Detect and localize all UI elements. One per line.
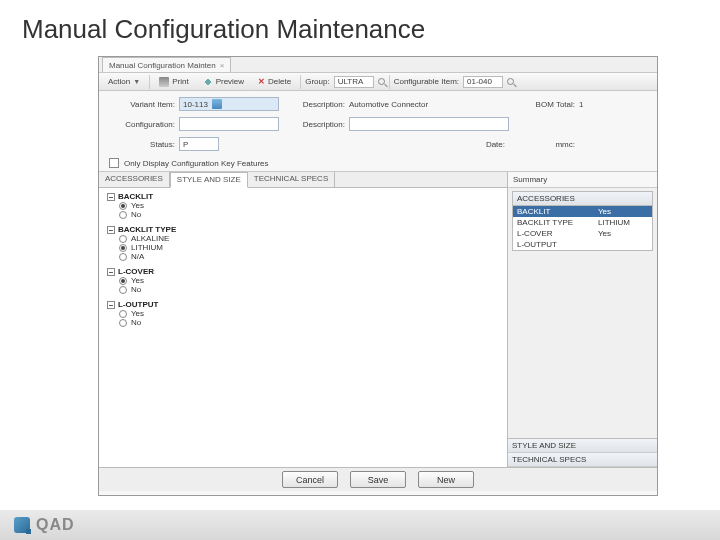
cancel-button[interactable]: Cancel: [282, 471, 338, 488]
group-l-cover: –L-COVER Yes No: [107, 267, 499, 294]
toolbar: Action ▼ Print Preview ✕ Delete Group: U…: [99, 73, 657, 91]
radio-icon[interactable]: [119, 202, 127, 210]
group-backlit-type: –BACKLIT TYPE ALKALINE LITHIUM N/A: [107, 225, 499, 261]
qad-logo-icon: [14, 517, 30, 533]
summary-section-header[interactable]: ACCESSORIES: [513, 192, 652, 206]
configuration-label: Configuration:: [109, 120, 179, 129]
configurable-item-label: Configurable Item:: [394, 77, 459, 86]
key-features-checkbox[interactable]: [109, 158, 119, 168]
configuration-input[interactable]: [179, 117, 279, 131]
group-name: BACKLIT TYPE: [118, 225, 176, 234]
panes: ACCESSORIES STYLE AND SIZE TECHNICAL SPE…: [99, 171, 657, 467]
tab-technical-specs[interactable]: TECHNICAL SPECS: [248, 172, 335, 187]
toolbar-separator: [389, 75, 390, 89]
summary-row[interactable]: BACKLITYes: [513, 206, 652, 217]
option-label: Yes: [131, 201, 144, 210]
summary-key: L-COVER: [517, 229, 594, 238]
summary-section-accessories: ACCESSORIES BACKLITYes BACKLIT TYPELITHI…: [512, 191, 653, 251]
print-label: Print: [172, 77, 188, 86]
search-icon[interactable]: [378, 78, 385, 85]
summary-value: Yes: [598, 207, 648, 216]
radio-icon[interactable]: [119, 319, 127, 327]
option-row[interactable]: Yes: [107, 201, 499, 210]
group-value[interactable]: ULTRA: [334, 76, 374, 88]
close-icon[interactable]: ×: [220, 61, 225, 70]
option-label: Yes: [131, 309, 144, 318]
tab-style-and-size[interactable]: STYLE AND SIZE: [170, 172, 248, 188]
summary-value: Yes: [598, 229, 648, 238]
action-label: Action: [108, 77, 130, 86]
option-label: No: [131, 285, 141, 294]
status-input[interactable]: P: [179, 137, 219, 151]
chevron-down-icon: ▼: [133, 78, 140, 85]
group-header[interactable]: –BACKLIT TYPE: [107, 225, 499, 234]
option-label: No: [131, 210, 141, 219]
bom-total-label: BOM Total:: [509, 100, 579, 109]
radio-icon[interactable]: [119, 286, 127, 294]
summary-section-style[interactable]: STYLE AND SIZE: [508, 439, 657, 453]
option-row[interactable]: Yes: [107, 276, 499, 285]
description1-label: Description:: [279, 100, 349, 109]
window-tab[interactable]: Manual Configuration Mainten ×: [102, 57, 231, 72]
print-button[interactable]: Print: [154, 75, 193, 89]
print-icon: [159, 77, 169, 87]
tab-accessories[interactable]: ACCESSORIES: [99, 172, 170, 187]
summary-key: BACKLIT: [517, 207, 594, 216]
variant-item-value: 10-113: [183, 100, 208, 109]
radio-icon[interactable]: [119, 253, 127, 261]
new-button[interactable]: New: [418, 471, 474, 488]
option-label: N/A: [131, 252, 144, 261]
group-name: L-OUTPUT: [118, 300, 158, 309]
description2-input[interactable]: [349, 117, 509, 131]
group-header[interactable]: –L-COVER: [107, 267, 499, 276]
radio-icon[interactable]: [119, 277, 127, 285]
summary-body: ACCESSORIES BACKLITYes BACKLIT TYPELITHI…: [508, 188, 657, 438]
delete-label: Delete: [268, 77, 291, 86]
key-features-label: Only Display Configuration Key Features: [124, 159, 269, 168]
collapse-icon[interactable]: –: [107, 193, 115, 201]
description1-value: Automotive Connector: [349, 100, 509, 109]
collapse-icon[interactable]: –: [107, 268, 115, 276]
summary-section-tech[interactable]: TECHNICAL SPECS: [508, 453, 657, 467]
option-row[interactable]: ALKALINE: [107, 234, 499, 243]
feature-tabs: ACCESSORIES STYLE AND SIZE TECHNICAL SPE…: [99, 172, 507, 188]
group-header[interactable]: –L-OUTPUT: [107, 300, 499, 309]
option-row[interactable]: N/A: [107, 252, 499, 261]
status-label: Status:: [109, 140, 179, 149]
variant-item-label: Variant Item:: [109, 100, 179, 109]
delete-button[interactable]: ✕ Delete: [253, 75, 296, 88]
collapse-icon[interactable]: –: [107, 301, 115, 309]
option-row[interactable]: Yes: [107, 309, 499, 318]
toolbar-separator: [300, 75, 301, 89]
app-window: Manual Configuration Mainten × Action ▼ …: [98, 56, 658, 496]
date-label: Date:: [349, 140, 509, 149]
option-row[interactable]: No: [107, 210, 499, 219]
bom-total-value: 1: [579, 100, 639, 109]
option-row[interactable]: LITHIUM: [107, 243, 499, 252]
delete-icon: ✕: [258, 78, 265, 86]
radio-icon[interactable]: [119, 310, 127, 318]
radio-icon[interactable]: [119, 244, 127, 252]
option-row[interactable]: No: [107, 318, 499, 327]
option-row[interactable]: No: [107, 285, 499, 294]
variant-item-input[interactable]: 10-113: [179, 97, 279, 111]
action-menu[interactable]: Action ▼: [103, 75, 145, 88]
collapse-icon[interactable]: –: [107, 226, 115, 234]
summary-row[interactable]: L-OUTPUT: [513, 239, 652, 250]
group-header[interactable]: –BACKLIT: [107, 192, 499, 201]
summary-key: L-OUTPUT: [517, 240, 594, 249]
preview-button[interactable]: Preview: [198, 75, 249, 89]
save-button[interactable]: Save: [350, 471, 406, 488]
search-icon[interactable]: [507, 78, 514, 85]
radio-icon[interactable]: [119, 211, 127, 219]
feature-body: –BACKLIT Yes No –BACKLIT TYPE ALKALINE L…: [99, 188, 507, 467]
option-label: ALKALINE: [131, 234, 169, 243]
summary-row[interactable]: BACKLIT TYPELITHIUM: [513, 217, 652, 228]
lookup-icon[interactable]: [212, 99, 222, 109]
group-backlit: –BACKLIT Yes No: [107, 192, 499, 219]
configurable-item-value[interactable]: 01-040: [463, 76, 503, 88]
group-l-output: –L-OUTPUT Yes No: [107, 300, 499, 327]
summary-pane: Summary ACCESSORIES BACKLITYes BACKLIT T…: [507, 172, 657, 467]
radio-icon[interactable]: [119, 235, 127, 243]
summary-row[interactable]: L-COVERYes: [513, 228, 652, 239]
